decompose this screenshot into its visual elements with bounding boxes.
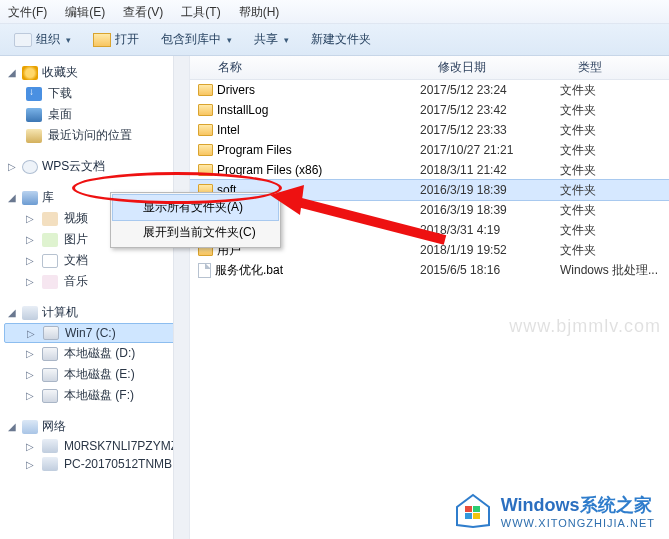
file-date: 2017/5/12 23:33 <box>420 123 560 137</box>
expand-icon: ▷ <box>26 234 36 245</box>
file-date: 2018/3/31 4:19 <box>420 223 560 237</box>
file-name: Drivers <box>217 83 255 97</box>
menu-help[interactable]: 帮助(H) <box>239 4 280 19</box>
expand-icon: ▷ <box>26 441 36 452</box>
file-type: 文件夹 <box>560 182 669 199</box>
menu-tools[interactable]: 工具(T) <box>181 4 220 19</box>
folder-icon <box>198 144 213 156</box>
col-name[interactable]: 名称 <box>218 59 438 76</box>
menubar: 文件(F) 编辑(E) 查看(V) 工具(T) 帮助(H) <box>0 0 669 24</box>
nav-computer: ◢计算机 ▷Win7 (C:) ▷本地磁盘 (D:) ▷本地磁盘 (E:) ▷本… <box>4 302 189 406</box>
svg-rect-3 <box>473 506 480 512</box>
content-pane: 名称 修改日期 类型 Drivers2017/5/12 23:24文件夹Inst… <box>190 56 669 539</box>
expand-icon: ▷ <box>26 390 36 401</box>
libraries-icon <box>22 191 38 205</box>
nav-music[interactable]: ▷音乐 <box>4 271 189 292</box>
brand-watermark: Windows系统之家 WWW.XITONGZHIJIA.NET <box>453 493 655 529</box>
computer-icon <box>22 306 38 320</box>
nav-drive-d[interactable]: ▷本地磁盘 (D:) <box>4 343 189 364</box>
nav-downloads[interactable]: 下载 <box>4 83 189 104</box>
expand-icon: ▷ <box>26 276 36 287</box>
file-row[interactable]: 服务优化.bat2015/6/5 18:16Windows 批处理... <box>190 260 669 280</box>
new-folder-button[interactable]: 新建文件夹 <box>305 29 377 50</box>
file-list: Drivers2017/5/12 23:24文件夹InstallLog2017/… <box>190 80 669 280</box>
organize-icon <box>14 33 32 47</box>
file-type: 文件夹 <box>560 162 669 179</box>
folder-icon <box>198 84 213 96</box>
file-type: 文件夹 <box>560 102 669 119</box>
nav-documents[interactable]: ▷文档 <box>4 250 189 271</box>
document-icon <box>42 254 58 268</box>
file-type: 文件夹 <box>560 122 669 139</box>
drive-icon <box>42 368 58 382</box>
file-type: Windows 批处理... <box>560 262 669 279</box>
folder-icon <box>198 124 213 136</box>
ctx-show-all-folders[interactable]: 显示所有文件夹(A) <box>113 195 278 220</box>
nav-scrollbar[interactable] <box>173 56 189 539</box>
nav-network-header[interactable]: ◢网络 <box>4 416 189 437</box>
file-icon <box>198 263 211 278</box>
nav-pane[interactable]: ◢收藏夹 下载 桌面 最近访问的位置 ▷WPS云文档 ◢库 ▷视频 ▷图片 ▷文… <box>0 56 190 539</box>
expand-icon: ▷ <box>26 459 36 470</box>
col-type[interactable]: 类型 <box>578 59 669 76</box>
network-icon <box>22 420 38 434</box>
file-date: 2018/3/11 21:42 <box>420 163 560 177</box>
nav-favorites: ◢收藏夹 下载 桌面 最近访问的位置 <box>4 62 189 146</box>
favorites-icon <box>22 66 38 80</box>
organize-button[interactable]: 组织 <box>8 29 77 50</box>
file-date: 2017/10/27 21:21 <box>420 143 560 157</box>
file-type: 文件夹 <box>560 242 669 259</box>
svg-rect-4 <box>465 513 472 519</box>
nav-drive-e[interactable]: ▷本地磁盘 (E:) <box>4 364 189 385</box>
file-date: 2016/3/19 18:39 <box>420 203 560 217</box>
nav-drive-f[interactable]: ▷本地磁盘 (F:) <box>4 385 189 406</box>
file-row[interactable]: InstallLog2017/5/12 23:42文件夹 <box>190 100 669 120</box>
nav-netpc-1[interactable]: ▷M0RSK7NLI7PZYMZ <box>4 437 189 455</box>
file-date: 2015/6/5 18:16 <box>420 263 560 277</box>
ctx-expand-to-current[interactable]: 展开到当前文件夹(C) <box>113 220 278 245</box>
music-icon <box>42 275 58 289</box>
include-library-button[interactable]: 包含到库中 <box>155 29 238 50</box>
file-type: 文件夹 <box>560 222 669 239</box>
main-area: ◢收藏夹 下载 桌面 最近访问的位置 ▷WPS云文档 ◢库 ▷视频 ▷图片 ▷文… <box>0 56 669 539</box>
nav-drive-c[interactable]: ▷Win7 (C:) <box>4 323 189 343</box>
picture-icon <box>42 233 58 247</box>
recent-icon <box>26 129 42 143</box>
menu-view[interactable]: 查看(V) <box>123 4 163 19</box>
watermark: www.bjmmlv.com <box>509 316 661 337</box>
nav-favorites-header[interactable]: ◢收藏夹 <box>4 62 189 83</box>
file-row[interactable]: Intel2017/5/12 23:33文件夹 <box>190 120 669 140</box>
file-date: 2017/5/12 23:24 <box>420 83 560 97</box>
file-date: 2017/5/12 23:42 <box>420 103 560 117</box>
expand-icon: ▷ <box>26 348 36 359</box>
drive-icon <box>42 389 58 403</box>
nav-cloud-header[interactable]: ▷WPS云文档 <box>4 156 189 177</box>
nav-desktop[interactable]: 桌面 <box>4 104 189 125</box>
drive-icon <box>43 326 59 340</box>
menu-file[interactable]: 文件(F) <box>8 4 47 19</box>
cloud-icon <box>22 160 38 174</box>
collapse-icon: ◢ <box>8 67 18 78</box>
file-name: 服务优化.bat <box>215 262 283 279</box>
file-name: Program Files (x86) <box>217 163 322 177</box>
nav-computer-header[interactable]: ◢计算机 <box>4 302 189 323</box>
computer-icon <box>42 457 58 471</box>
col-modified[interactable]: 修改日期 <box>438 59 578 76</box>
video-icon <box>42 212 58 226</box>
file-row[interactable]: Program Files2017/10/27 21:21文件夹 <box>190 140 669 160</box>
file-row[interactable]: Program Files (x86)2018/3/11 21:42文件夹 <box>190 160 669 180</box>
column-headers[interactable]: 名称 修改日期 类型 <box>190 56 669 80</box>
file-type: 文件夹 <box>560 82 669 99</box>
menu-edit[interactable]: 编辑(E) <box>65 4 105 19</box>
navpane-context-menu: 显示所有文件夹(A) 展开到当前文件夹(C) <box>110 192 281 248</box>
file-row[interactable]: Drivers2017/5/12 23:24文件夹 <box>190 80 669 100</box>
nav-recent[interactable]: 最近访问的位置 <box>4 125 189 146</box>
nav-netpc-2[interactable]: ▷PC-20170512TNMB <box>4 455 189 473</box>
expand-icon: ▷ <box>26 369 36 380</box>
svg-rect-2 <box>465 506 472 512</box>
collapse-icon: ◢ <box>8 307 18 318</box>
open-button[interactable]: 打开 <box>87 29 145 50</box>
share-button[interactable]: 共享 <box>248 29 295 50</box>
expand-icon: ▷ <box>27 328 37 339</box>
file-name: Program Files <box>217 143 292 157</box>
